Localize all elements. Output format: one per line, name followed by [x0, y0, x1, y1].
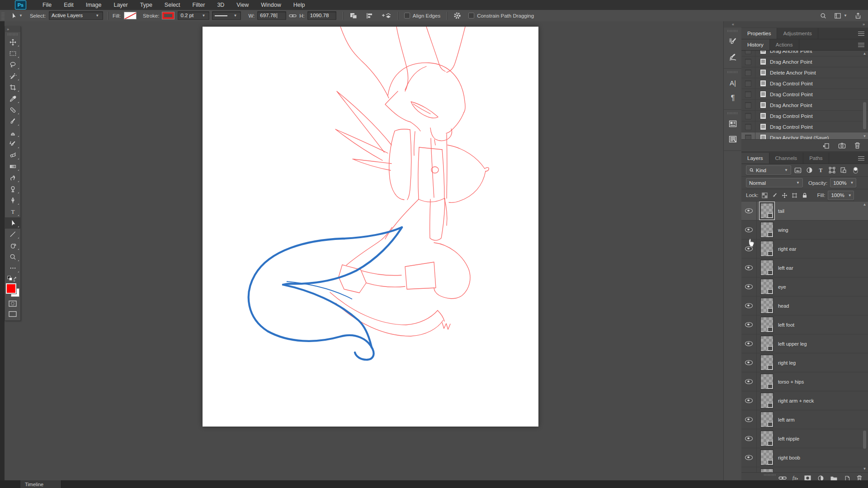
adjustment-layers-filter-icon[interactable]	[805, 166, 814, 174]
visibility-toggle[interactable]	[741, 202, 757, 220]
tab-layers[interactable]: Layers	[741, 153, 769, 164]
menu-type[interactable]: Type	[140, 2, 152, 8]
toolbar-collapse-chevrons[interactable]: »	[5, 26, 20, 32]
visibility-toggle[interactable]	[741, 258, 757, 277]
menu-view[interactable]: View	[236, 2, 249, 8]
tool-quick-selection[interactable]	[5, 70, 20, 82]
tool-gradient[interactable]	[5, 161, 20, 172]
fill-dropdown[interactable]: 100%▼	[828, 191, 854, 200]
visibility-toggle[interactable]	[741, 467, 757, 472]
scrollbar-thumb[interactable]	[863, 431, 866, 449]
layer-thumbnail[interactable]	[760, 241, 774, 257]
tool-spot-healing[interactable]	[5, 104, 20, 116]
menu-image[interactable]: Image	[86, 2, 102, 8]
history-source-checkbox[interactable]	[745, 91, 751, 98]
path-alignment-icon[interactable]	[366, 12, 374, 19]
tool-crop[interactable]	[5, 82, 20, 93]
tool-line[interactable]	[5, 229, 20, 240]
layer-row[interactable]: right leg	[741, 353, 868, 372]
tab-adjustments[interactable]: Adjustments	[777, 28, 818, 39]
menu-select[interactable]: Select	[165, 2, 180, 8]
layer-row[interactable]: right ear	[741, 239, 868, 258]
layer-thumbnail[interactable]	[760, 450, 774, 465]
history-source-checkbox[interactable]	[745, 102, 751, 108]
lock-position-icon[interactable]	[781, 191, 788, 200]
tool-pen[interactable]	[5, 195, 20, 206]
visibility-toggle[interactable]	[741, 429, 757, 448]
delete-trash-icon[interactable]	[854, 142, 861, 149]
select-mode-dropdown[interactable]: Active Layers▼	[49, 11, 103, 20]
tab-properties[interactable]: Properties	[741, 28, 777, 39]
layer-row[interactable]: torso + hips	[741, 372, 868, 391]
tool-brush[interactable]	[5, 116, 20, 127]
panels-collapse-chevrons[interactable]: »	[741, 21, 868, 28]
layer-row[interactable]: left upper leg	[741, 334, 868, 353]
panel-menu-icon[interactable]	[858, 156, 864, 160]
fill-swatch[interactable]	[124, 12, 137, 19]
dock-grip[interactable]	[727, 112, 738, 114]
paragraph-panel-icon[interactable]: ¶	[724, 90, 742, 106]
history-item[interactable]: Drag Anchor Point	[741, 100, 868, 111]
current-tool-preset[interactable]: ▼	[10, 12, 23, 19]
path-operations-icon[interactable]	[349, 12, 358, 19]
tool-eyedropper[interactable]	[5, 93, 20, 104]
filter-toggle-icon[interactable]	[851, 166, 860, 174]
layer-thumbnail[interactable]	[760, 203, 774, 219]
layer-thumbnail[interactable]	[760, 374, 774, 389]
visibility-toggle[interactable]	[741, 410, 757, 429]
scrollbar-thumb[interactable]	[863, 102, 866, 129]
layer-thumbnail[interactable]	[760, 298, 774, 314]
history-source-checkbox[interactable]	[745, 59, 751, 65]
menu-help[interactable]: Help	[293, 2, 305, 8]
height-input[interactable]: 1090.78	[307, 11, 336, 20]
dock-grip[interactable]	[727, 30, 738, 32]
character-panel-icon[interactable]: A|	[724, 75, 742, 90]
layer-row[interactable]: left boob	[741, 467, 868, 472]
history-source-checkbox[interactable]	[745, 80, 751, 87]
lock-transparency-icon[interactable]	[761, 191, 769, 200]
tab-actions[interactable]: Actions	[770, 39, 799, 50]
tool-lasso[interactable]	[5, 59, 20, 70]
panel-menu-icon[interactable]	[858, 42, 864, 47]
layer-row[interactable]: left arm	[741, 410, 868, 429]
history-item[interactable]: Drag Control Point	[741, 111, 868, 122]
menu-3d[interactable]: 3D	[217, 2, 224, 8]
panel-resize-grip[interactable]	[764, 474, 776, 476]
layer-row[interactable]: wing	[741, 221, 868, 239]
history-item[interactable]: Drag Anchor Point	[741, 56, 868, 67]
history-item[interactable]: Drag Control Point	[741, 78, 868, 89]
layer-row[interactable]: left nipple	[741, 429, 868, 448]
history-source-checkbox[interactable]	[745, 70, 751, 76]
default-swap-colors-icons[interactable]	[7, 276, 18, 282]
align-edges-checkbox[interactable]	[404, 13, 410, 19]
history-scrollbar[interactable]: ▲ ▼	[862, 52, 867, 138]
screen-mode-icon[interactable]	[8, 310, 17, 318]
scroll-up-icon[interactable]: ▲	[862, 52, 867, 56]
link-wh-icon[interactable]	[289, 13, 297, 19]
history-item[interactable]: Drag Control Point	[741, 89, 868, 100]
menu-layer[interactable]: Layer	[113, 2, 127, 8]
scroll-up-icon[interactable]: ▲	[862, 202, 867, 206]
layer-row[interactable]: eye	[741, 277, 868, 296]
tool-type[interactable]: T	[5, 206, 20, 217]
scroll-down-icon[interactable]: ▼	[862, 467, 867, 471]
menu-file[interactable]: File	[42, 2, 52, 8]
tool-clone-stamp[interactable]	[5, 127, 20, 138]
dock-grip[interactable]	[727, 71, 738, 73]
layer-row[interactable]: right boob	[741, 448, 868, 467]
tab-history[interactable]: History	[741, 39, 770, 50]
layer-thumbnail[interactable]	[760, 412, 774, 427]
tab-timeline[interactable]: Timeline	[20, 480, 61, 488]
history-source-checkbox[interactable]	[745, 113, 751, 119]
layer-thumbnail[interactable]	[760, 222, 774, 238]
visibility-toggle[interactable]	[741, 315, 757, 334]
scroll-down-icon[interactable]: ▼	[862, 134, 867, 138]
layer-thumbnail[interactable]	[760, 355, 774, 371]
pixel-layers-filter-icon[interactable]	[793, 166, 802, 174]
history-item-selected[interactable]: Drag Anchor Point (Save)	[741, 132, 868, 139]
visibility-toggle[interactable]	[741, 353, 757, 372]
visibility-toggle[interactable]	[741, 391, 757, 410]
layer-thumbnail[interactable]	[760, 431, 774, 446]
visibility-toggle[interactable]	[741, 239, 757, 258]
history-source-checkbox[interactable]	[745, 135, 751, 140]
